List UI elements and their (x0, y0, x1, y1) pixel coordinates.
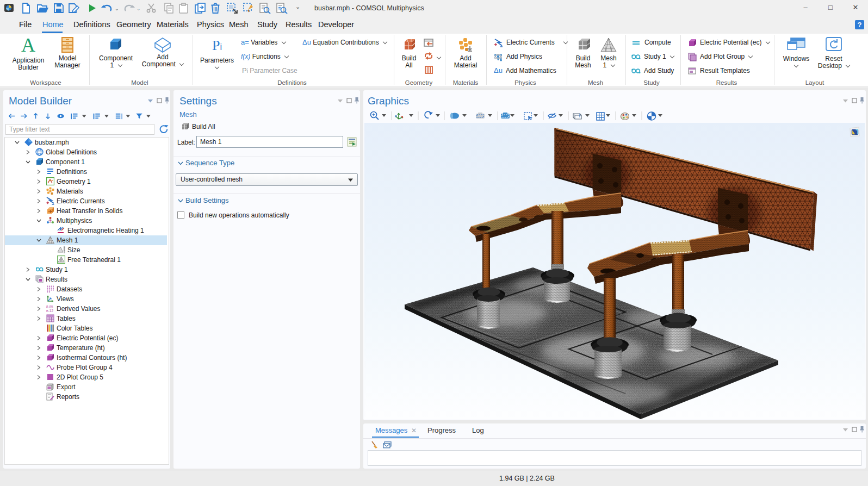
svg-text:e-12: e-12 (46, 309, 53, 313)
svg-text:8.85: 8.85 (46, 305, 53, 309)
